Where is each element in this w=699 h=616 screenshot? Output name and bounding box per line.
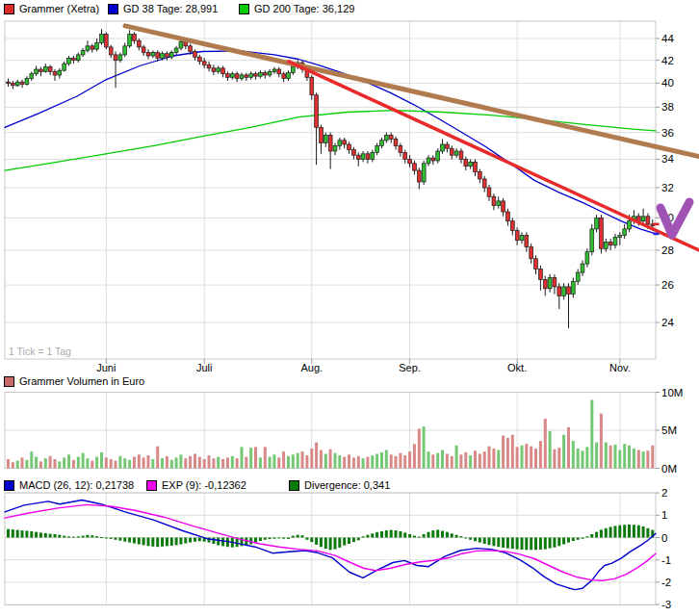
candle (553, 278, 557, 287)
candle (399, 145, 402, 152)
volume-bar (338, 455, 341, 468)
divergence-bar (492, 538, 495, 547)
price-series-label: Grammer (Xetra) (19, 3, 99, 14)
axis-marker (654, 223, 660, 226)
volume-bar (7, 459, 10, 469)
volume-bar (72, 460, 75, 469)
divergence-bar (189, 538, 192, 543)
svg-text:34: 34 (661, 153, 674, 165)
candle (450, 148, 453, 155)
divergence-bar (423, 534, 426, 538)
divergence-bar (534, 538, 537, 551)
candle (7, 82, 11, 83)
volume-bars (7, 399, 654, 468)
candle (356, 155, 360, 159)
candle (287, 73, 291, 79)
candle (142, 47, 145, 53)
volume-bar (642, 451, 645, 468)
divergence-bar (254, 538, 257, 543)
candle (474, 162, 478, 171)
candle (352, 150, 356, 156)
svg-text:26: 26 (661, 279, 674, 291)
candle (202, 62, 206, 65)
volume-bar (628, 446, 631, 469)
volume-bar (511, 435, 514, 469)
candle (268, 71, 272, 75)
volume-bar (352, 457, 355, 468)
candle (384, 135, 388, 141)
volume-bar (245, 457, 247, 469)
candle (226, 74, 230, 78)
svg-text:0M: 0M (661, 463, 677, 475)
divergence-bar (156, 538, 159, 548)
candle (459, 151, 463, 160)
candle (282, 74, 286, 79)
candle (277, 69, 281, 74)
divergence-bar (403, 532, 406, 537)
candle (235, 74, 239, 79)
volume-bar (170, 460, 173, 469)
gd200-swatch (239, 4, 249, 14)
divergence-bar (147, 538, 150, 547)
volume-bar (567, 427, 570, 469)
volume-bar (492, 449, 495, 469)
volume-bar (282, 451, 285, 468)
divergence-bar (287, 538, 290, 539)
divergence-bar (100, 537, 103, 538)
candle (576, 272, 580, 281)
divergence-bar (63, 536, 65, 538)
candle (623, 229, 627, 236)
divergence-bar (95, 536, 98, 537)
panel-frames (5, 21, 656, 605)
svg-text:40: 40 (661, 77, 674, 89)
divergence-bar (282, 538, 285, 539)
candle (562, 287, 566, 296)
divergence-bar (269, 538, 272, 540)
divergence-bar (115, 538, 117, 540)
volume-bar (544, 419, 547, 468)
divergence-bar (320, 538, 323, 548)
candle (217, 68, 220, 72)
divergence-bar (646, 528, 649, 538)
volume-bar (530, 447, 532, 469)
candle (431, 158, 435, 161)
candle (333, 145, 337, 151)
candle (137, 40, 141, 47)
divergence-bar (49, 534, 52, 538)
candle (123, 46, 127, 55)
volume-bar (310, 449, 313, 469)
volume-bar (459, 454, 462, 468)
volume-bar (577, 449, 580, 469)
divergence-bar (371, 533, 374, 537)
divergence-bar (446, 532, 449, 538)
axis-marker (654, 233, 660, 236)
volume-bar (506, 438, 509, 469)
checkmark-annotation (660, 202, 689, 235)
volume-bar (399, 453, 401, 469)
axis-labels: 444240383634323028262410M5M0M210-1-2-3 (656, 33, 683, 610)
svg-text:44: 44 (661, 33, 674, 44)
candle (104, 35, 108, 47)
volume-bar (123, 458, 126, 468)
volume-bar (292, 454, 295, 468)
divergence-bar (502, 538, 505, 548)
candle (25, 79, 29, 85)
divergence-bar (418, 537, 421, 538)
divergence-bar (35, 532, 38, 538)
candle (189, 46, 193, 52)
candle (646, 217, 650, 224)
candle (427, 158, 430, 164)
divergence-bar (142, 538, 145, 546)
divergence-bar (488, 538, 491, 546)
divergence-bar (86, 535, 89, 538)
volume-bar (497, 450, 500, 469)
divergence-bar (221, 538, 224, 547)
svg-text:5M: 5M (661, 424, 677, 436)
volume-bar (516, 447, 519, 468)
divergence-bar (292, 536, 295, 538)
divergence-bar (585, 536, 588, 537)
divergence-bar (305, 538, 308, 540)
volume-bar (553, 449, 556, 469)
candle (197, 57, 201, 62)
candle (628, 221, 632, 229)
